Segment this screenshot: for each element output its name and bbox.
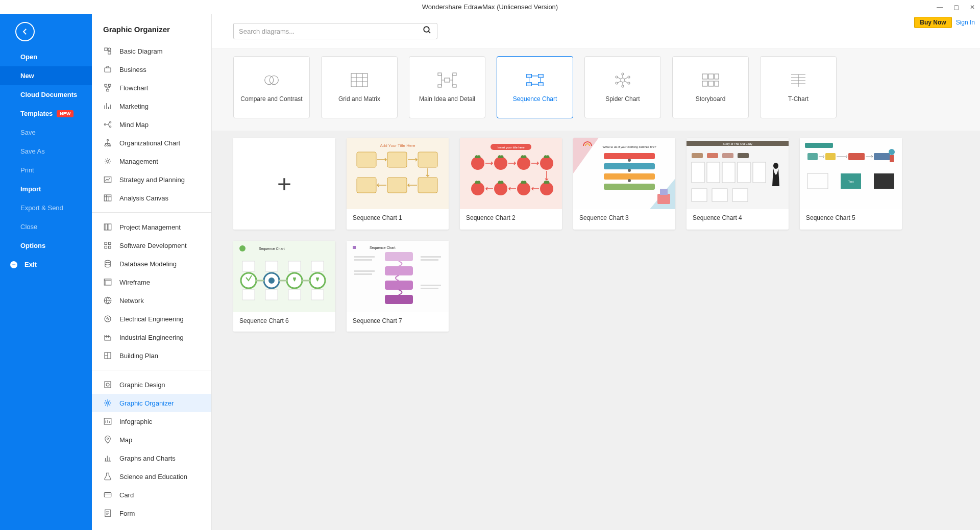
- category-item-label: Software Development: [119, 242, 187, 249]
- category-item-management[interactable]: Management: [92, 152, 211, 170]
- category-item-database-modeling[interactable]: Database Modeling: [92, 255, 211, 273]
- search-icon[interactable]: [423, 26, 432, 37]
- back-button[interactable]: [15, 22, 35, 41]
- sidebar-item-save[interactable]: Save: [0, 123, 92, 142]
- chart-type-grid-and-matrix[interactable]: Grid and Matrix: [321, 56, 398, 118]
- category-item-building-plan[interactable]: Building Plan: [92, 346, 211, 365]
- svg-rect-4: [105, 84, 107, 86]
- mindmap-icon: [103, 120, 112, 129]
- sidebar-item-print[interactable]: Print: [0, 161, 92, 180]
- svg-point-78: [540, 182, 553, 195]
- category-item-flowchart[interactable]: Flowchart: [92, 79, 211, 97]
- org-icon: [103, 138, 112, 147]
- category-item-science-and-education[interactable]: Science and Education: [92, 467, 211, 486]
- category-item-software-development[interactable]: Software Development: [92, 236, 211, 255]
- category-item-graphic-organizer[interactable]: Graphic Organizer: [92, 394, 211, 412]
- sidebar-item-cloud-documents[interactable]: Cloud Documents: [0, 85, 92, 104]
- template-card-4[interactable]: Story of The Old LadySequence Chart 4: [687, 138, 789, 230]
- category-item-marketing[interactable]: Marketing: [92, 97, 211, 115]
- category-item-form[interactable]: Form: [92, 504, 211, 522]
- template-card-2[interactable]: Insert your title hereSequence Chart 2: [460, 138, 562, 230]
- svg-rect-62: [357, 152, 376, 167]
- svg-point-87: [628, 159, 631, 162]
- sidebar-item-export-send[interactable]: Export & Send: [0, 198, 92, 217]
- svg-point-35: [265, 76, 274, 85]
- template-card-7[interactable]: Sequence ChartSequence Chart 7: [347, 241, 449, 332]
- sign-in-link[interactable]: Sign In: [956, 19, 975, 26]
- chart-types-bar: Compare and ContrastGrid and MatrixMain …: [212, 48, 980, 131]
- svg-rect-65: [357, 178, 376, 193]
- card-icon: [103, 490, 112, 499]
- template-card-1[interactable]: Add Your Title HereSequence Chart 1: [347, 138, 449, 230]
- category-item-infographic[interactable]: Infographic: [92, 412, 211, 431]
- db-icon: [103, 259, 112, 268]
- template-blank[interactable]: +: [233, 138, 335, 230]
- category-item-analysis-canvas[interactable]: Analysis Canvas: [92, 189, 211, 207]
- svg-rect-66: [387, 178, 407, 193]
- category-item-wireframe[interactable]: Wireframe: [92, 273, 211, 291]
- svg-rect-5: [109, 84, 111, 86]
- sidebar-item-open[interactable]: Open: [0, 47, 92, 66]
- chart-type-sequence-chart[interactable]: Sequence Chart: [497, 56, 573, 118]
- svg-rect-23: [104, 279, 111, 285]
- svg-text:Sequence Chart: Sequence Chart: [370, 246, 396, 250]
- svg-point-50: [616, 76, 618, 78]
- sidebar-item-save-as[interactable]: Save As: [0, 142, 92, 161]
- sidebar-item-new[interactable]: New: [0, 66, 92, 85]
- search-box[interactable]: [233, 23, 437, 39]
- compare-icon: [261, 71, 282, 89]
- category-item-network[interactable]: Network: [92, 291, 211, 310]
- chart-type-storyboard[interactable]: Storyboard: [672, 56, 749, 118]
- svg-rect-18: [105, 242, 107, 245]
- close-icon[interactable]: ✕: [969, 4, 976, 11]
- category-item-card[interactable]: Card: [92, 486, 211, 504]
- category-item-graphic-design[interactable]: Graphic Design: [92, 375, 211, 394]
- category-item-organizational-chart[interactable]: Organizational Chart: [92, 134, 211, 152]
- organizer-icon: [103, 398, 112, 408]
- chart-type-t-chart[interactable]: T-Chart: [760, 56, 837, 118]
- buy-now-button[interactable]: Buy Now: [914, 17, 951, 28]
- category-item-label: Project Management: [119, 223, 181, 231]
- svg-rect-112: [848, 153, 865, 160]
- search-input[interactable]: [239, 28, 423, 35]
- sidebar-item-import[interactable]: Import: [0, 180, 92, 198]
- chart-type-compare-and-contrast[interactable]: Compare and Contrast: [233, 56, 310, 118]
- template-thumb: +: [233, 138, 335, 230]
- minimize-icon[interactable]: —: [936, 4, 943, 11]
- category-item-basic-diagram[interactable]: Basic Diagram: [92, 42, 211, 60]
- template-card-5[interactable]: TextSequence Chart 5: [800, 138, 902, 230]
- template-card-6[interactable]: Sequence ChartSequence Chart 6: [233, 241, 335, 332]
- sidebar-item-options[interactable]: Options: [0, 236, 92, 255]
- chart-type-main-idea-and-detail[interactable]: Main Idea and Detail: [409, 56, 485, 118]
- svg-rect-6: [107, 89, 109, 91]
- category-item-graphs-and-charts[interactable]: Graphs and Charts: [92, 449, 211, 467]
- chart-type-spider-chart[interactable]: Spider Chart: [584, 56, 661, 118]
- titlebar: Wondershare EdrawMax (Unlicensed Version…: [0, 0, 980, 14]
- sidebar-item-close[interactable]: Close: [0, 217, 92, 236]
- template-card-3[interactable]: What to do if your clothing catches fire…: [573, 138, 675, 230]
- project-icon: [103, 222, 112, 232]
- canvas-icon: [103, 193, 112, 203]
- building-icon: [103, 351, 112, 360]
- svg-rect-103: [753, 162, 766, 183]
- category-item-mind-map[interactable]: Mind Map: [92, 115, 211, 134]
- category-item-project-management[interactable]: Project Management: [92, 218, 211, 236]
- maximize-icon[interactable]: ▢: [952, 4, 960, 11]
- sidebar-item-label: Exit: [24, 261, 37, 268]
- category-item-electrical-engineering[interactable]: Electrical Engineering: [92, 310, 211, 328]
- sidebar-item-exit[interactable]: −Exit: [0, 255, 92, 274]
- sidebar-item-templates[interactable]: TemplatesNEW: [0, 104, 92, 123]
- category-item-business[interactable]: Business: [92, 60, 211, 79]
- svg-rect-38: [445, 78, 450, 82]
- svg-point-118: [889, 149, 895, 155]
- network-icon: [103, 296, 112, 305]
- svg-rect-128: [242, 261, 255, 271]
- svg-point-31: [107, 438, 109, 439]
- flowchart-icon: [103, 83, 112, 92]
- category-item-strategy-and-planning[interactable]: Strategy and Planning: [92, 170, 211, 189]
- category-item-map[interactable]: Map: [92, 431, 211, 449]
- category-item-industrial-engineering[interactable]: Industrial Engineering: [92, 328, 211, 346]
- svg-rect-148: [421, 259, 438, 261]
- svg-point-2: [108, 48, 111, 51]
- svg-rect-113: [874, 153, 890, 160]
